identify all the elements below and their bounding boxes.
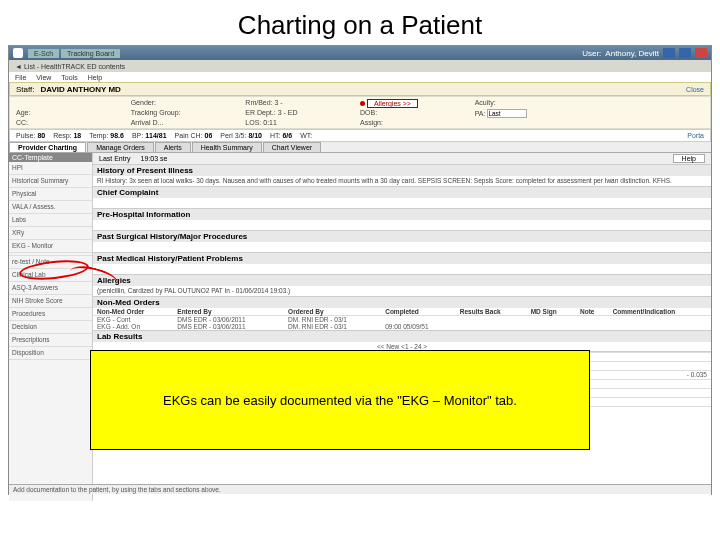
titlebar-tab-2[interactable]: Tracking Board	[61, 49, 120, 58]
lock-icon[interactable]	[679, 48, 691, 58]
close-link[interactable]: Close	[686, 86, 704, 93]
pb-tracking-label: Tracking Group:	[131, 109, 181, 116]
col-results: Results Back	[456, 308, 527, 316]
pb-name	[16, 99, 131, 108]
sidebar-physical[interactable]: Physical	[9, 188, 92, 201]
help-button[interactable]: Help	[673, 154, 705, 163]
section-lab: Lab Results << New <1 - 24 >	[93, 331, 711, 352]
tab-manage-orders[interactable]: Manage Orders	[87, 142, 154, 152]
staff-name: DAVID ANTHONY MD	[41, 85, 121, 94]
v-peri: 8/10	[248, 132, 262, 139]
sidebar-asq3[interactable]: ASQ-3 Answers	[9, 282, 92, 295]
section-nonmed: Non-Med Orders Non-Med Order Entered By …	[93, 297, 711, 331]
last-entry-label: Last Entry	[99, 155, 131, 162]
cell: DM. RNI EDR - 03/1	[284, 316, 381, 324]
section-allergies-head[interactable]: Allergies	[93, 275, 711, 286]
sidebar-decision[interactable]: Decision	[9, 321, 92, 334]
tab-provider-charting[interactable]: Provider Charting	[9, 142, 86, 152]
sidebar-historical[interactable]: Historical Summary	[9, 175, 92, 188]
v-ht-l: HT:	[270, 132, 281, 139]
section-surgical-head[interactable]: Past Surgical History/Major Procedures	[93, 231, 711, 242]
sidebar-procedures[interactable]: Procedures	[9, 308, 92, 321]
section-cc-head[interactable]: Chief Complaint	[93, 187, 711, 198]
section-medhx: Past Medical History/Patient Problems	[93, 253, 711, 275]
titlebar-tab-1[interactable]: E-Sch	[28, 49, 59, 58]
vitals-bar: Pulse: 80 Resp: 18 Temp: 98.6 BP: 114/81…	[9, 129, 711, 142]
v-bp: 114/81	[145, 132, 166, 139]
cell	[381, 316, 456, 324]
v-temp-l: Temp:	[89, 132, 108, 139]
back-button[interactable]: ◄	[15, 63, 22, 70]
section-prehospital-head[interactable]: Pre-Hospital Information	[93, 209, 711, 220]
cell: DMS EDR - 03/06/2011	[173, 316, 284, 324]
tab-health-summary[interactable]: Health Summary	[192, 142, 262, 152]
v-pain-l: Pain CH:	[175, 132, 203, 139]
v-bp-l: BP:	[132, 132, 143, 139]
tab-chart-viewer[interactable]: Chart Viewer	[263, 142, 321, 152]
sidebar-labs[interactable]: Labs	[9, 214, 92, 227]
titlebar: E-Sch Tracking Board User: Anthony, Devi…	[9, 46, 711, 60]
allergies-button[interactable]: Allergies >>	[367, 99, 418, 108]
pb-rmbed-label: Rm/Bed:	[245, 99, 272, 106]
sidebar-xry[interactable]: XRy	[9, 227, 92, 240]
menu-file[interactable]: File	[15, 74, 26, 81]
section-surgical-body	[93, 242, 711, 252]
sidebar-nih[interactable]: NIH Stroke Score	[9, 295, 92, 308]
close-icon[interactable]	[695, 48, 707, 58]
menu-tools[interactable]: Tools	[61, 74, 77, 81]
sidebar-disposition[interactable]: Disposition	[9, 347, 92, 360]
pb-arrival-label: Arrival D...	[131, 119, 164, 126]
col-completed: Completed	[381, 308, 456, 316]
left-panel: CC-Template HPI Historical Summary Physi…	[9, 153, 93, 501]
v-wt-l: WT:	[300, 132, 312, 139]
col-comment: Comment/Indication	[609, 308, 711, 316]
behind-value: - 0.035	[687, 371, 707, 379]
sidebar-vala[interactable]: VALA / Assess.	[9, 201, 92, 214]
pb-gender-label: Gender:	[131, 99, 156, 106]
section-cc-body	[93, 198, 711, 208]
table-row[interactable]: EKG - Add. On DMS EDR - 03/06/2011 DM. R…	[93, 323, 711, 330]
pa-input[interactable]	[487, 109, 527, 118]
pb-age-label: Age:	[16, 109, 30, 116]
col-ordered: Ordered By	[284, 308, 381, 316]
orders-table: Non-Med Order Entered By Ordered By Comp…	[93, 308, 711, 330]
cell: DMS EDR - 03/06/2011	[173, 323, 284, 330]
sidebar-clinical-lab[interactable]: Clinical Lab	[9, 269, 92, 282]
section-medhx-body	[93, 264, 711, 274]
menubar: File View Tools Help	[9, 72, 711, 82]
section-medhx-head[interactable]: Past Medical History/Patient Problems	[93, 253, 711, 264]
pb-erdept: 3 - ED	[278, 109, 298, 116]
statusbar: Add documentation to the patient, by usi…	[9, 484, 711, 494]
section-nonmed-head[interactable]: Non-Med Orders	[93, 297, 711, 308]
section-hpi: History of Present Illness RI History: 3…	[93, 165, 711, 187]
v-pain: 06	[205, 132, 213, 139]
left-panel-header: CC-Template	[9, 153, 92, 162]
porta-link[interactable]: Porta	[687, 132, 704, 139]
pb-dob-label: DOB:	[360, 109, 377, 116]
sidebar-ekg-monitor[interactable]: EKG - Monitor	[9, 240, 92, 253]
pb-los-label: LOS:	[245, 119, 261, 126]
pb-rmbed: 3 -	[275, 99, 283, 106]
sidebar-prescriptions[interactable]: Prescriptions	[9, 334, 92, 347]
section-allergies-body: (penicillin, Cardized by PAL OUTUNO2 PAT…	[93, 286, 711, 296]
last-entry-time: 19:03 se	[141, 155, 168, 162]
menu-help[interactable]: Help	[88, 74, 102, 81]
table-row[interactable]: EKG - Cont DMS EDR - 03/06/2011 DM. RNI …	[93, 316, 711, 324]
col-note: Note	[576, 308, 609, 316]
sidebar-hpi[interactable]: HPI	[9, 162, 92, 175]
cell: EKG - Cont	[93, 316, 173, 324]
v-resp-l: Resp:	[53, 132, 71, 139]
user-label: User:	[582, 49, 601, 58]
callout-box: EKGs can be easily documented via the "E…	[90, 350, 590, 450]
pb-erdept-label: ER Dept.:	[245, 109, 275, 116]
section-surgical: Past Surgical History/Major Procedures	[93, 231, 711, 253]
section-prehospital: Pre-Hospital Information	[93, 209, 711, 231]
tabs-row: Provider Charting Manage Orders Alerts H…	[9, 142, 711, 153]
tab-alerts[interactable]: Alerts	[155, 142, 191, 152]
section-lab-head[interactable]: Lab Results	[93, 331, 711, 342]
menu-view[interactable]: View	[36, 74, 51, 81]
orders-header-row: Non-Med Order Entered By Ordered By Comp…	[93, 308, 711, 316]
section-hpi-head[interactable]: History of Present Illness	[93, 165, 711, 176]
sidebar-retest[interactable]: re-test / Note	[9, 256, 92, 269]
home-icon[interactable]	[663, 48, 675, 58]
